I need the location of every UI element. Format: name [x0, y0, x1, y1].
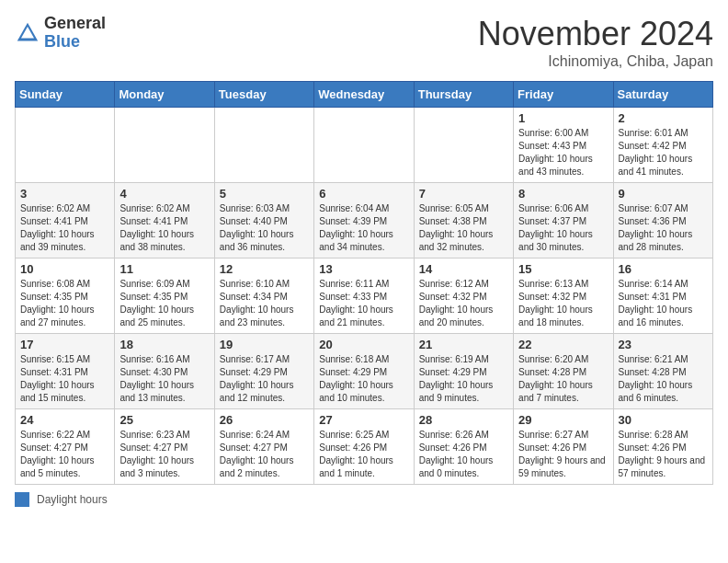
day-number: 14 — [419, 262, 508, 276]
calendar-week-row: 10Sunrise: 6:08 AM Sunset: 4:35 PM Dayli… — [16, 259, 713, 334]
calendar-cell: 22Sunrise: 6:20 AM Sunset: 4:28 PM Dayli… — [514, 334, 613, 409]
location-subtitle: Ichinomiya, Chiba, Japan — [478, 53, 713, 70]
day-info: Sunrise: 6:20 AM Sunset: 4:28 PM Dayligh… — [518, 353, 608, 405]
day-number: 18 — [119, 338, 209, 351]
day-number: 13 — [319, 262, 408, 276]
calendar-cell: 26Sunrise: 6:24 AM Sunset: 4:27 PM Dayli… — [214, 409, 313, 485]
calendar-cell: 20Sunrise: 6:18 AM Sunset: 4:29 PM Dayli… — [314, 334, 414, 409]
day-number: 10 — [20, 262, 109, 276]
day-number: 27 — [319, 413, 408, 427]
day-info: Sunrise: 6:15 AM Sunset: 4:31 PM Dayligh… — [20, 353, 109, 405]
day-info: Sunrise: 6:22 AM Sunset: 4:27 PM Dayligh… — [20, 429, 109, 480]
day-number: 24 — [20, 413, 109, 427]
calendar-cell: 21Sunrise: 6:19 AM Sunset: 4:29 PM Dayli… — [414, 334, 513, 409]
calendar-cell: 13Sunrise: 6:11 AM Sunset: 4:33 PM Dayli… — [314, 259, 414, 334]
calendar-cell: 29Sunrise: 6:27 AM Sunset: 4:26 PM Dayli… — [514, 409, 613, 485]
day-info: Sunrise: 6:11 AM Sunset: 4:33 PM Dayligh… — [319, 278, 408, 329]
day-number: 21 — [419, 338, 508, 351]
day-info: Sunrise: 6:19 AM Sunset: 4:29 PM Dayligh… — [419, 353, 508, 405]
logo-blue-text: Blue — [44, 33, 106, 52]
calendar-cell: 6Sunrise: 6:04 AM Sunset: 4:39 PM Daylig… — [314, 183, 414, 259]
day-number: 26 — [220, 413, 309, 427]
weekday-header-saturday: Saturday — [613, 82, 712, 108]
day-number: 2 — [619, 111, 708, 125]
day-number: 3 — [20, 187, 109, 201]
calendar-cell — [115, 108, 214, 183]
logo: General Blue — [15, 15, 106, 52]
calendar-cell: 28Sunrise: 6:26 AM Sunset: 4:26 PM Dayli… — [414, 409, 513, 485]
day-info: Sunrise: 6:18 AM Sunset: 4:29 PM Dayligh… — [319, 353, 408, 405]
weekday-header-tuesday: Tuesday — [214, 82, 313, 108]
day-info: Sunrise: 6:17 AM Sunset: 4:29 PM Dayligh… — [220, 353, 309, 405]
calendar-table: SundayMondayTuesdayWednesdayThursdayFrid… — [15, 81, 713, 485]
day-info: Sunrise: 6:03 AM Sunset: 4:40 PM Dayligh… — [220, 202, 309, 254]
calendar-cell: 30Sunrise: 6:28 AM Sunset: 4:26 PM Dayli… — [613, 409, 712, 485]
title-block: November 2024 Ichinomiya, Chiba, Japan — [478, 15, 713, 70]
day-info: Sunrise: 6:00 AM Sunset: 4:43 PM Dayligh… — [518, 127, 608, 178]
calendar-cell: 16Sunrise: 6:14 AM Sunset: 4:31 PM Dayli… — [613, 259, 712, 334]
page-header: General Blue November 2024 Ichinomiya, C… — [15, 15, 713, 70]
day-info: Sunrise: 6:16 AM Sunset: 4:30 PM Dayligh… — [119, 353, 209, 405]
day-info: Sunrise: 6:28 AM Sunset: 4:26 PM Dayligh… — [619, 429, 708, 480]
day-number: 16 — [619, 262, 708, 276]
calendar-cell: 24Sunrise: 6:22 AM Sunset: 4:27 PM Dayli… — [16, 409, 115, 485]
day-info: Sunrise: 6:23 AM Sunset: 4:27 PM Dayligh… — [119, 429, 209, 480]
calendar-week-row: 3Sunrise: 6:02 AM Sunset: 4:41 PM Daylig… — [16, 183, 713, 259]
day-info: Sunrise: 6:10 AM Sunset: 4:34 PM Dayligh… — [220, 278, 309, 329]
calendar-cell — [314, 108, 414, 183]
calendar-cell: 12Sunrise: 6:10 AM Sunset: 4:34 PM Dayli… — [214, 259, 313, 334]
weekday-header-row: SundayMondayTuesdayWednesdayThursdayFrid… — [16, 82, 713, 108]
day-info: Sunrise: 6:06 AM Sunset: 4:37 PM Dayligh… — [518, 202, 608, 254]
day-info: Sunrise: 6:24 AM Sunset: 4:27 PM Dayligh… — [220, 429, 309, 480]
calendar-cell — [214, 108, 313, 183]
day-number: 25 — [119, 413, 209, 427]
day-number: 28 — [419, 413, 508, 427]
calendar-cell: 25Sunrise: 6:23 AM Sunset: 4:27 PM Dayli… — [115, 409, 214, 485]
day-info: Sunrise: 6:25 AM Sunset: 4:26 PM Dayligh… — [319, 429, 408, 480]
calendar-cell: 19Sunrise: 6:17 AM Sunset: 4:29 PM Dayli… — [214, 334, 313, 409]
day-info: Sunrise: 6:01 AM Sunset: 4:42 PM Dayligh… — [619, 127, 708, 178]
day-number: 4 — [119, 187, 209, 201]
month-title: November 2024 — [478, 15, 713, 53]
calendar-cell: 15Sunrise: 6:13 AM Sunset: 4:32 PM Dayli… — [514, 259, 613, 334]
legend: Daylight hours — [15, 492, 713, 507]
calendar-cell: 10Sunrise: 6:08 AM Sunset: 4:35 PM Dayli… — [16, 259, 115, 334]
day-number: 29 — [518, 413, 608, 427]
day-number: 30 — [619, 413, 708, 427]
calendar-cell: 23Sunrise: 6:21 AM Sunset: 4:28 PM Dayli… — [613, 334, 712, 409]
day-info: Sunrise: 6:21 AM Sunset: 4:28 PM Dayligh… — [619, 353, 708, 405]
calendar-cell: 1Sunrise: 6:00 AM Sunset: 4:43 PM Daylig… — [514, 108, 613, 183]
calendar-cell: 7Sunrise: 6:05 AM Sunset: 4:38 PM Daylig… — [414, 183, 513, 259]
day-number: 15 — [518, 262, 608, 276]
calendar-week-row: 1Sunrise: 6:00 AM Sunset: 4:43 PM Daylig… — [16, 108, 713, 183]
day-info: Sunrise: 6:14 AM Sunset: 4:31 PM Dayligh… — [619, 278, 708, 329]
day-number: 9 — [619, 187, 708, 201]
weekday-header-monday: Monday — [115, 82, 214, 108]
calendar-cell: 14Sunrise: 6:12 AM Sunset: 4:32 PM Dayli… — [414, 259, 513, 334]
calendar-cell: 27Sunrise: 6:25 AM Sunset: 4:26 PM Dayli… — [314, 409, 414, 485]
day-number: 17 — [20, 338, 109, 351]
legend-label: Daylight hours — [37, 493, 108, 506]
calendar-cell: 17Sunrise: 6:15 AM Sunset: 4:31 PM Dayli… — [16, 334, 115, 409]
day-info: Sunrise: 6:04 AM Sunset: 4:39 PM Dayligh… — [319, 202, 408, 254]
calendar-cell: 9Sunrise: 6:07 AM Sunset: 4:36 PM Daylig… — [613, 183, 712, 259]
day-info: Sunrise: 6:08 AM Sunset: 4:35 PM Dayligh… — [20, 278, 109, 329]
logo-text: General Blue — [44, 15, 106, 52]
day-number: 7 — [419, 187, 508, 201]
calendar-cell — [16, 108, 115, 183]
day-info: Sunrise: 6:27 AM Sunset: 4:26 PM Dayligh… — [518, 429, 608, 480]
day-number: 5 — [220, 187, 309, 201]
calendar-cell: 18Sunrise: 6:16 AM Sunset: 4:30 PM Dayli… — [115, 334, 214, 409]
legend-box — [15, 492, 29, 507]
day-number: 8 — [518, 187, 608, 201]
day-number: 6 — [319, 187, 408, 201]
day-number: 11 — [119, 262, 209, 276]
day-info: Sunrise: 6:26 AM Sunset: 4:26 PM Dayligh… — [419, 429, 508, 480]
day-info: Sunrise: 6:07 AM Sunset: 4:36 PM Dayligh… — [619, 202, 708, 254]
logo-icon — [15, 20, 40, 46]
calendar-cell: 5Sunrise: 6:03 AM Sunset: 4:40 PM Daylig… — [214, 183, 313, 259]
weekday-header-friday: Friday — [514, 82, 613, 108]
day-info: Sunrise: 6:02 AM Sunset: 4:41 PM Dayligh… — [20, 202, 109, 254]
calendar-cell: 11Sunrise: 6:09 AM Sunset: 4:35 PM Dayli… — [115, 259, 214, 334]
weekday-header-sunday: Sunday — [16, 82, 115, 108]
